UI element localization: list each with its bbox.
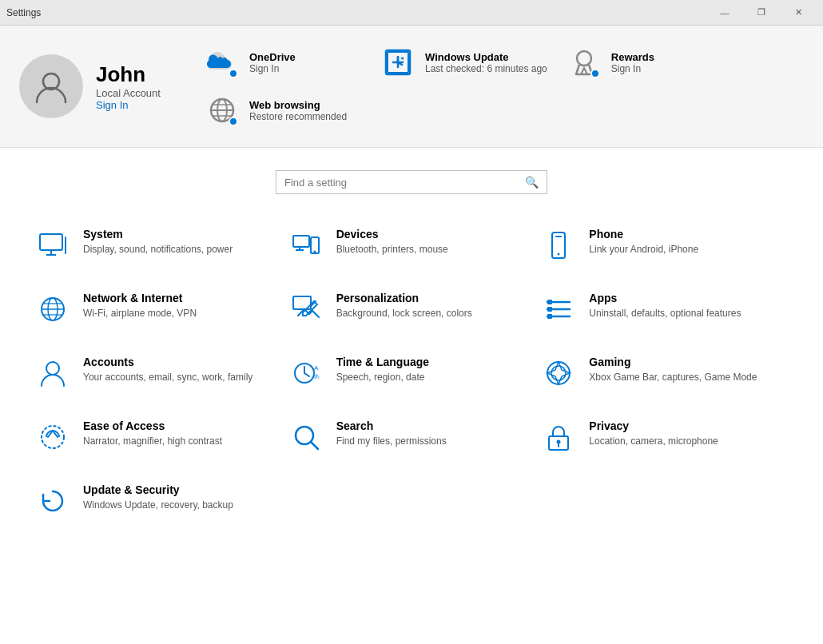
ease-icon [35,419,70,455]
windows-update-text: Windows Update Last checked: 6 minutes a… [425,51,547,74]
system-icon [35,228,70,263]
svg-point-3 [577,51,591,66]
phone-icon [541,228,576,263]
onedrive-status-dot [229,69,238,78]
windows-update-title: Windows Update [425,51,547,63]
svg-point-41 [42,426,64,448]
web-browsing-sub: Restore recommended [249,111,347,122]
avatar-icon [32,67,70,105]
gaming-icon [541,356,576,391]
onedrive-title: OneDrive [249,51,296,63]
gaming-setting[interactable]: Gaming Xbox Game Bar, captures, Game Mod… [538,341,791,405]
search-setting-desc: Find my files, permissions [336,435,447,448]
phone-setting[interactable]: Phone Link your Android, iPhone [538,213,791,277]
account-type-label: Local Account [96,87,161,99]
system-setting[interactable]: System Display, sound, notifications, po… [32,213,285,277]
onedrive-sub: Sign In [249,63,296,74]
accounts-setting[interactable]: Accounts Your accounts, email, sync, wor… [32,341,285,405]
windows-update-tile[interactable]: Windows Update Last checked: 6 minutes a… [380,38,567,86]
search-setting-icon [288,419,324,455]
svg-point-39 [547,362,570,384]
privacy-text: Privacy Location, camera, microphone [589,419,718,448]
search-box[interactable]: 🔍 [276,170,547,194]
main-content: 🔍 System Display, sound, notifications, … [0,148,823,644]
apps-setting[interactable]: Apps Uninstall, defaults, optional featu… [538,277,791,341]
header-tiles: OneDrive Sign In Windows Update Last che… [205,38,804,134]
svg-point-33 [46,362,59,375]
devices-title: Devices [336,228,448,241]
personalization-setting[interactable]: Personalization Background, lock screen,… [285,277,539,341]
update-text: Update & Security Windows Update, recove… [83,483,233,512]
search-container: 🔍 [32,148,791,213]
ease-setting[interactable]: Ease of Access Narrator, magnifier, high… [32,405,285,469]
apps-title: Apps [589,292,741,304]
profile-info: John Local Account Sign In [96,62,161,111]
update-icon [35,483,70,519]
username-label: John [96,62,161,87]
network-desc: Wi-Fi, airplane mode, VPN [83,307,197,320]
rewards-text: Rewards Sign In [611,51,654,74]
system-text: System Display, sound, notifications, po… [83,228,233,256]
svg-line-45 [311,442,318,449]
rewards-tile[interactable]: Rewards Sign In [567,38,742,86]
time-icon: A あ [288,356,324,391]
time-setting[interactable]: A あ Time & Language Speech, region, date [285,341,539,405]
ease-text: Ease of Access Narrator, magnifier, high… [83,419,222,448]
update-desc: Windows Update, recovery, backup [83,499,233,512]
svg-rect-32 [547,314,552,319]
window-title: Settings [6,7,41,18]
minimize-button[interactable]: — [706,0,743,26]
privacy-desc: Location, camera, microphone [589,435,718,448]
personalization-desc: Background, lock screen, colors [336,307,472,320]
apps-text: Apps Uninstall, defaults, optional featu… [589,292,741,320]
svg-point-40 [551,366,566,380]
settings-grid: System Display, sound, notifications, po… [32,213,791,549]
gaming-desc: Xbox Game Bar, captures, Game Mode [589,371,757,384]
phone-text: Phone Link your Android, iPhone [589,228,698,256]
search-setting-title: Search [336,419,447,432]
system-desc: Display, sound, notifications, power [83,243,233,256]
web-browsing-tile[interactable]: Web browsing Restore recommended [205,86,380,134]
system-title: System [83,228,233,241]
update-title: Update & Security [83,483,233,496]
windows-update-icon [380,45,415,80]
phone-desc: Link your Android, iPhone [589,243,698,256]
maximize-button[interactable]: ❐ [743,0,780,26]
onedrive-tile[interactable]: OneDrive Sign In [205,38,380,86]
privacy-setting[interactable]: Privacy Location, camera, microphone [538,405,791,469]
time-desc: Speech, region, date [336,371,429,384]
close-button[interactable]: ✕ [780,0,817,26]
devices-text: Devices Bluetooth, printers, mouse [336,228,448,256]
ease-desc: Narrator, magnifier, high contrast [83,435,222,448]
window-controls: — ❐ ✕ [706,0,817,26]
apps-desc: Uninstall, defaults, optional features [589,307,741,320]
personalization-title: Personalization [336,292,472,304]
title-bar: Settings — ❐ ✕ [0,0,823,26]
web-browsing-status-dot [229,117,238,126]
ease-title: Ease of Access [83,419,222,432]
search-icon: 🔍 [525,176,539,189]
search-setting-text: Search Find my files, permissions [336,419,447,448]
update-setting[interactable]: Update & Security Windows Update, recove… [32,469,285,533]
onedrive-icon [205,45,240,80]
svg-line-36 [304,373,309,376]
network-setting[interactable]: Network & Internet Wi-Fi, airplane mode,… [32,277,285,341]
search-setting[interactable]: Search Find my files, permissions [285,405,539,469]
rewards-sub: Sign In [611,63,654,74]
devices-setting[interactable]: Devices Bluetooth, printers, mouse [285,213,539,277]
network-title: Network & Internet [83,292,197,304]
sign-in-link[interactable]: Sign In [96,99,128,111]
accounts-icon [35,356,70,391]
search-input[interactable] [284,177,525,189]
header-section: John Local Account Sign In OneDrive Sign… [0,26,823,148]
time-title: Time & Language [336,356,429,368]
svg-rect-9 [40,234,62,250]
web-browsing-title: Web browsing [249,99,347,111]
time-text: Time & Language Speech, region, date [336,356,429,384]
rewards-status-dot [590,69,600,78]
privacy-title: Privacy [589,419,718,432]
web-browsing-text: Web browsing Restore recommended [249,99,347,122]
apps-icon [541,292,576,327]
devices-desc: Bluetooth, printers, mouse [336,243,448,256]
profile-section: John Local Account Sign In [19,54,179,118]
